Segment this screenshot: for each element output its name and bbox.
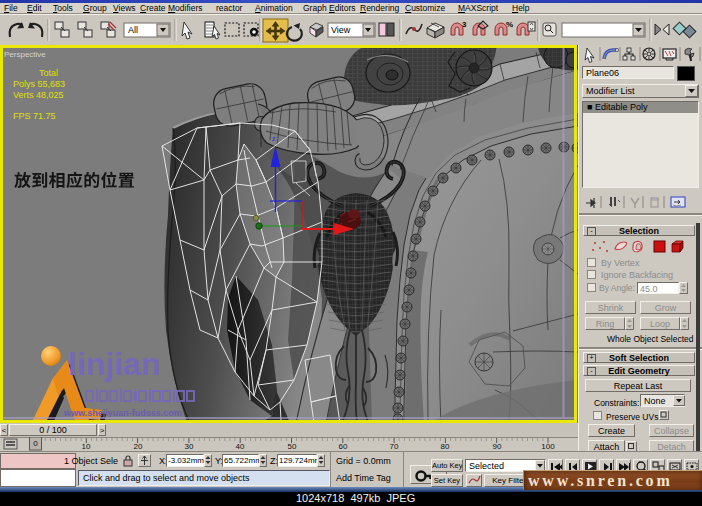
svg-text:10: 10 — [82, 442, 91, 451]
svg-text:60: 60 — [339, 442, 348, 451]
svg-text:FPS 71.75: FPS 71.75 — [13, 111, 56, 121]
svg-text:www.shejiyuan-fudsss.com: www.shejiyuan-fudsss.com — [63, 408, 182, 418]
svg-text:Verts 48,025: Verts 48,025 — [13, 90, 64, 100]
svg-text:All: All — [128, 25, 138, 35]
svg-text:Total: Total — [39, 68, 58, 78]
svg-text:100: 100 — [541, 442, 555, 451]
svg-text:linjian: linjian — [68, 346, 160, 382]
svg-text:z: z — [272, 135, 276, 142]
svg-text:80: 80 — [441, 442, 450, 451]
svg-text:40: 40 — [236, 442, 245, 451]
svg-text:20: 20 — [134, 442, 143, 451]
svg-text:View: View — [331, 25, 351, 35]
svg-text:%: % — [506, 20, 513, 29]
svg-text:0: 0 — [33, 439, 38, 448]
svg-text:90: 90 — [493, 442, 502, 451]
svg-text:50: 50 — [288, 442, 297, 451]
svg-text:Polys 55,683: Polys 55,683 — [13, 79, 65, 89]
svg-text:70: 70 — [390, 442, 399, 451]
svg-text:Perspective: Perspective — [4, 50, 46, 59]
svg-text:30: 30 — [185, 442, 194, 451]
svg-text:3: 3 — [462, 20, 467, 29]
